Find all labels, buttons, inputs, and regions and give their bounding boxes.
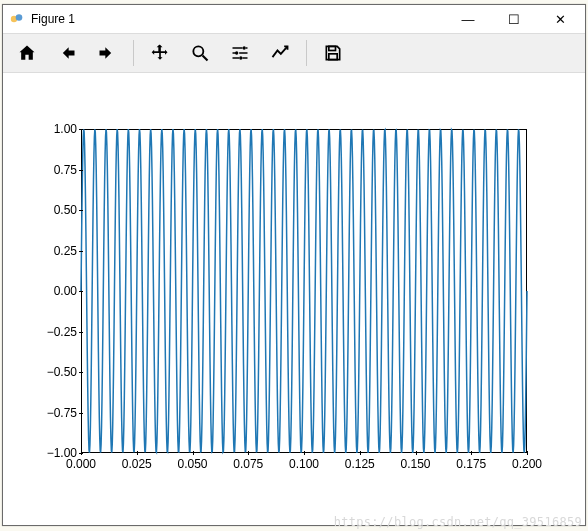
x-tick-label: 0.125	[345, 457, 375, 471]
close-button[interactable]: ✕	[537, 5, 583, 33]
x-tick-label: 0.100	[289, 457, 319, 471]
sliders-icon	[230, 43, 250, 63]
y-tick-label: 0.25	[17, 244, 77, 258]
chart-line-icon	[270, 43, 290, 63]
x-tick-label: 0.150	[400, 457, 430, 471]
save-icon	[323, 43, 343, 63]
arrow-left-icon	[57, 43, 77, 63]
nav-toolbar	[3, 33, 585, 73]
maximize-button[interactable]: ☐	[491, 5, 537, 33]
home-button[interactable]	[9, 38, 45, 68]
line-series-0	[81, 129, 527, 453]
svg-point-4	[243, 46, 246, 49]
x-tick-label: 0.000	[66, 457, 96, 471]
y-tick-label: 0.00	[17, 284, 77, 298]
move-icon	[150, 43, 170, 63]
minimize-button[interactable]: —	[445, 5, 491, 33]
figure-window: Figure 1 — ☐ ✕	[2, 4, 586, 526]
zoom-button[interactable]	[182, 38, 218, 68]
pan-button[interactable]	[142, 38, 178, 68]
back-button[interactable]	[49, 38, 85, 68]
y-tick-label: 0.50	[17, 203, 77, 217]
y-tick-label: 0.75	[17, 163, 77, 177]
svg-point-1	[16, 14, 23, 21]
toolbar-separator	[306, 40, 307, 66]
svg-point-6	[239, 56, 242, 59]
home-icon	[17, 43, 37, 63]
x-tick-label: 0.050	[177, 457, 207, 471]
subplots-button[interactable]	[222, 38, 258, 68]
save-button[interactable]	[315, 38, 351, 68]
axes-button[interactable]	[262, 38, 298, 68]
magnifier-icon	[190, 43, 210, 63]
x-tick-label: 0.200	[512, 457, 542, 471]
svg-rect-7	[329, 46, 336, 50]
x-tick-label: 0.025	[122, 457, 152, 471]
x-tick-label: 0.075	[233, 457, 263, 471]
watermark: https://blog.csdn.net/qq_39516859	[334, 515, 582, 529]
arrow-right-icon	[97, 43, 117, 63]
app-icon	[9, 11, 25, 27]
svg-line-3	[203, 56, 208, 61]
forward-button[interactable]	[89, 38, 125, 68]
svg-point-2	[193, 46, 203, 56]
svg-point-5	[235, 51, 238, 54]
y-tick-label: 1.00	[17, 122, 77, 136]
window-title: Figure 1	[31, 12, 75, 26]
titlebar[interactable]: Figure 1 — ☐ ✕	[3, 5, 585, 33]
y-tick-label: −0.25	[17, 325, 77, 339]
toolbar-separator	[133, 40, 134, 66]
y-tick-label: −0.75	[17, 406, 77, 420]
y-tick-label: −0.50	[17, 365, 77, 379]
svg-rect-8	[329, 54, 337, 60]
x-tick-label: 0.175	[456, 457, 486, 471]
plot-area[interactable]: −1.00−0.75−0.50−0.250.000.250.500.751.00…	[3, 73, 585, 525]
